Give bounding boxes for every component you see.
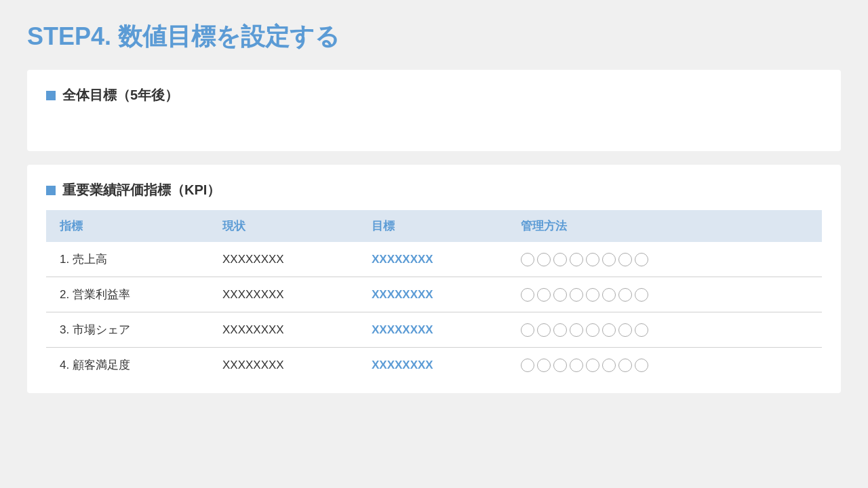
- overview-title: 全体目標（5年後）: [62, 86, 178, 104]
- circle-item: [586, 288, 599, 302]
- circle-item: [553, 323, 567, 337]
- circle-item: [570, 253, 583, 266]
- circle-item: [602, 359, 616, 372]
- circle-item: [635, 359, 648, 372]
- circle-item: [602, 288, 616, 302]
- circles-group: [521, 323, 808, 337]
- circles-group: [521, 288, 808, 302]
- cell-current: XXXXXXXX: [209, 242, 358, 277]
- circle-item: [586, 323, 599, 337]
- kpi-marker: [46, 186, 56, 195]
- circle-item: [635, 253, 648, 266]
- circle-item: [537, 253, 551, 266]
- circle-item: [618, 253, 632, 266]
- circle-item: [553, 288, 567, 302]
- circle-item: [553, 253, 567, 266]
- circle-item: [521, 253, 534, 266]
- cell-manage: [507, 277, 822, 312]
- kpi-table: 指標 現状 目標 管理方法 1. 売上高XXXXXXXXXXXXXXXX2. 営…: [46, 210, 822, 382]
- overview-section: 全体目標（5年後）: [27, 70, 841, 151]
- circle-item: [618, 359, 632, 372]
- overview-marker: [46, 91, 56, 100]
- kpi-title: 重要業績評価指標（KPI）: [62, 181, 220, 199]
- cell-target: XXXXXXXX: [358, 348, 507, 383]
- cell-manage: [507, 242, 822, 277]
- kpi-section: 重要業績評価指標（KPI） 指標 現状 目標 管理方法 1. 売上高XXXXXX…: [27, 165, 841, 393]
- cell-current: XXXXXXXX: [209, 348, 358, 383]
- cell-metric: 4. 顧客満足度: [46, 348, 209, 383]
- circle-item: [618, 288, 632, 302]
- table-header-row: 指標 現状 目標 管理方法: [46, 210, 822, 242]
- circle-item: [602, 323, 616, 337]
- circle-item: [618, 323, 632, 337]
- circle-item: [521, 323, 534, 337]
- circles-group: [521, 359, 808, 372]
- table-row: 4. 顧客満足度XXXXXXXXXXXXXXXX: [46, 348, 822, 383]
- cell-target: XXXXXXXX: [358, 277, 507, 312]
- kpi-header: 重要業績評価指標（KPI）: [46, 181, 822, 199]
- col-header-metric: 指標: [46, 210, 209, 242]
- table-row: 1. 売上高XXXXXXXXXXXXXXXX: [46, 242, 822, 277]
- cell-manage: [507, 312, 822, 348]
- table-row: 2. 営業利益率XXXXXXXXXXXXXXXX: [46, 277, 822, 312]
- cell-manage: [507, 348, 822, 383]
- cell-current: XXXXXXXX: [209, 312, 358, 348]
- circle-item: [537, 288, 551, 302]
- circle-item: [570, 359, 583, 372]
- circle-item: [570, 288, 583, 302]
- cell-target: XXXXXXXX: [358, 242, 507, 277]
- circle-item: [586, 359, 599, 372]
- cell-metric: 3. 市場シェア: [46, 312, 209, 348]
- circle-item: [570, 323, 583, 337]
- circles-group: [521, 253, 808, 266]
- circle-item: [635, 323, 648, 337]
- circle-item: [521, 359, 534, 372]
- circle-item: [537, 359, 551, 372]
- cell-target: XXXXXXXX: [358, 312, 507, 348]
- overview-header: 全体目標（5年後）: [46, 86, 822, 104]
- circle-item: [602, 253, 616, 266]
- col-header-current: 現状: [209, 210, 358, 242]
- cell-current: XXXXXXXX: [209, 277, 358, 312]
- circle-item: [521, 288, 534, 302]
- circle-item: [553, 359, 567, 372]
- page-title: STEP4. 数値目標を設定する: [27, 20, 841, 54]
- page-container: STEP4. 数値目標を設定する 全体目標（5年後） 重要業績評価指標（KPI）…: [0, 0, 868, 488]
- col-header-target: 目標: [358, 210, 507, 242]
- table-row: 3. 市場シェアXXXXXXXXXXXXXXXX: [46, 312, 822, 348]
- cell-metric: 2. 営業利益率: [46, 277, 209, 312]
- col-header-manage: 管理方法: [507, 210, 822, 242]
- circle-item: [635, 288, 648, 302]
- cell-metric: 1. 売上高: [46, 242, 209, 277]
- circle-item: [537, 323, 551, 337]
- circle-item: [586, 253, 599, 266]
